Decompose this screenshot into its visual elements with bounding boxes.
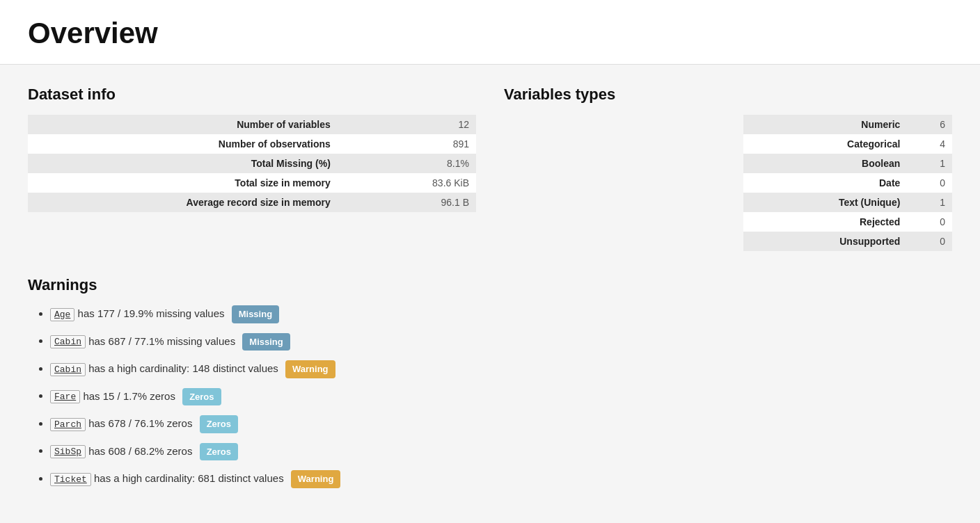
warning-text: has a high cardinality: 148 distinct val… xyxy=(86,362,281,374)
row-label: Total Missing (%) xyxy=(28,154,342,173)
warning-code: Parch xyxy=(50,418,86,431)
table-row: Total Missing (%)8.1% xyxy=(28,154,476,173)
row-label: Number of variables xyxy=(28,115,342,134)
warning-badge: Warning xyxy=(285,360,335,378)
table-row: Total size in memory83.6 KiB xyxy=(28,173,476,193)
warning-text: has 608 / 68.2% zeros xyxy=(86,444,196,456)
warning-badge: Zeros xyxy=(200,443,238,461)
variables-types-section: Variables types Numeric6Categorical4Bool… xyxy=(504,86,952,251)
warning-badge: Missing xyxy=(232,305,279,323)
row-value: 1 xyxy=(911,193,952,212)
page-header: Overview xyxy=(0,0,980,65)
warning-badge: Zeros xyxy=(182,388,221,406)
dataset-info-title: Dataset info xyxy=(28,86,476,104)
warning-text: has a high cardinality: 681 distinct val… xyxy=(91,472,287,484)
overview-two-col: Dataset info Number of variables12Number… xyxy=(28,86,952,251)
warning-text: has 177 / 19.9% missing values xyxy=(74,307,227,319)
row-value: 83.6 KiB xyxy=(342,173,476,193)
table-row: Average record size in memory96.1 B xyxy=(28,193,476,212)
page-title: Overview xyxy=(28,17,952,50)
dataset-info-table: Number of variables12Number of observati… xyxy=(28,115,476,212)
warning-text: has 15 / 1.7% zeros xyxy=(80,389,178,401)
row-value: 12 xyxy=(342,115,476,134)
main-content: Dataset info Number of variables12Number… xyxy=(0,65,980,519)
list-item: Cabin has a high cardinality: 148 distin… xyxy=(50,360,952,378)
row-value: 8.1% xyxy=(342,154,476,173)
variables-types-table: Numeric6Categorical4Boolean1Date0Text (U… xyxy=(743,115,952,251)
row-value: 0 xyxy=(911,173,952,193)
list-item: Parch has 678 / 76.1% zeros Zeros xyxy=(50,415,952,433)
warning-text: has 678 / 76.1% zeros xyxy=(86,417,196,429)
row-label: Average record size in memory xyxy=(28,193,342,212)
table-row: Date0 xyxy=(743,173,952,193)
warning-badge: Zeros xyxy=(200,415,238,433)
table-row: Rejected0 xyxy=(743,212,952,232)
row-value: 891 xyxy=(342,134,476,154)
dataset-info-section: Dataset info Number of variables12Number… xyxy=(28,86,476,251)
row-label: Number of observations xyxy=(28,134,342,154)
row-label: Numeric xyxy=(743,115,911,134)
warning-code: Fare xyxy=(50,390,80,403)
warnings-list: Age has 177 / 19.9% missing values Missi… xyxy=(28,305,952,488)
variables-types-title: Variables types xyxy=(504,86,952,104)
row-value: 1 xyxy=(911,154,952,173)
warning-badge: Warning xyxy=(291,470,341,488)
row-value: 96.1 B xyxy=(342,193,476,212)
row-value: 4 xyxy=(911,134,952,154)
table-row: Unsupported0 xyxy=(743,232,952,251)
warnings-title: Warnings xyxy=(28,276,952,294)
table-row: Number of observations891 xyxy=(28,134,476,154)
row-label: Text (Unique) xyxy=(743,193,911,212)
row-label: Boolean xyxy=(743,154,911,173)
list-item: Age has 177 / 19.9% missing values Missi… xyxy=(50,305,952,323)
table-row: Text (Unique)1 xyxy=(743,193,952,212)
warning-code: Cabin xyxy=(50,335,86,348)
warning-code: Ticket xyxy=(50,473,91,486)
table-row: Numeric6 xyxy=(743,115,952,134)
list-item: Cabin has 687 / 77.1% missing values Mis… xyxy=(50,333,952,351)
table-row: Boolean1 xyxy=(743,154,952,173)
table-row: Categorical4 xyxy=(743,134,952,154)
row-label: Unsupported xyxy=(743,232,911,251)
list-item: Ticket has a high cardinality: 681 disti… xyxy=(50,470,952,488)
row-value: 6 xyxy=(911,115,952,134)
warning-text: has 687 / 77.1% missing values xyxy=(86,335,238,346)
warning-code: Cabin xyxy=(50,363,86,376)
list-item: SibSp has 608 / 68.2% zeros Zeros xyxy=(50,443,952,461)
list-item: Fare has 15 / 1.7% zeros Zeros xyxy=(50,388,952,406)
warning-code: Age xyxy=(50,308,74,321)
row-label: Rejected xyxy=(743,212,911,232)
warning-badge: Missing xyxy=(242,333,290,351)
table-row: Number of variables12 xyxy=(28,115,476,134)
warnings-section: Warnings Age has 177 / 19.9% missing val… xyxy=(28,276,952,488)
row-value: 0 xyxy=(911,232,952,251)
row-label: Total size in memory xyxy=(28,173,342,193)
row-value: 0 xyxy=(911,212,952,232)
warning-code: SibSp xyxy=(50,445,86,458)
row-label: Date xyxy=(743,173,911,193)
row-label: Categorical xyxy=(743,134,911,154)
